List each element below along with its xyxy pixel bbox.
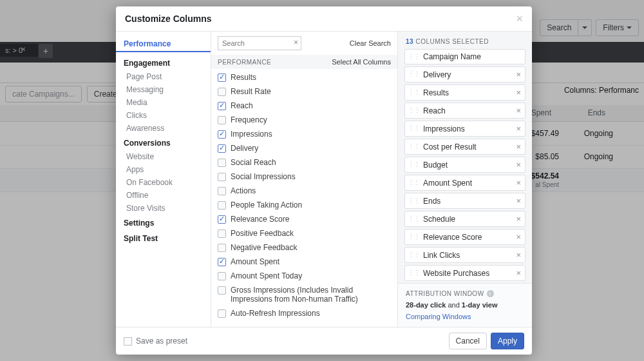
save-preset-checkbox[interactable]: Save as preset — [124, 337, 187, 346]
option-checkbox[interactable] — [218, 286, 226, 295]
option-delivery[interactable]: Delivery — [211, 141, 397, 155]
option-impressions[interactable]: Impressions — [211, 127, 397, 141]
selected-budget[interactable]: Budget× — [404, 157, 526, 173]
sidebar-item-page-post[interactable]: Page Post — [116, 70, 211, 83]
apply-button[interactable]: Apply — [491, 333, 524, 349]
option-checkbox[interactable] — [218, 187, 226, 195]
drag-handle-icon[interactable] — [408, 251, 419, 259]
remove-icon[interactable]: × — [516, 268, 521, 278]
selected-delivery[interactable]: Delivery× — [404, 66, 526, 83]
option-checkbox[interactable] — [218, 130, 226, 139]
sidebar-group-split-test[interactable]: Split Test — [116, 230, 211, 246]
option-checkbox[interactable] — [218, 258, 226, 266]
remove-icon[interactable]: × — [516, 88, 521, 97]
option-relevance-score[interactable]: Relevance Score — [211, 212, 397, 226]
drag-handle-icon[interactable] — [408, 215, 419, 222]
option-social-impressions[interactable]: Social Impressions — [211, 170, 397, 184]
option-actions[interactable]: Actions — [211, 184, 397, 198]
selected-ends[interactable]: Ends× — [404, 193, 526, 209]
option-label: Actions — [231, 186, 256, 195]
selected-impressions[interactable]: Impressions× — [404, 121, 526, 137]
option-checkbox[interactable] — [218, 309, 226, 318]
remove-icon[interactable]: × — [516, 142, 521, 151]
remove-icon[interactable]: × — [516, 232, 521, 242]
option-positive-feedback[interactable]: Positive Feedback — [211, 226, 397, 240]
drag-handle-icon[interactable] — [408, 197, 419, 204]
drag-handle-icon[interactable] — [408, 179, 419, 186]
drag-handle-icon[interactable] — [408, 269, 419, 277]
remove-icon[interactable]: × — [516, 106, 521, 115]
option-checkbox[interactable] — [218, 244, 226, 252]
info-icon[interactable]: i — [487, 290, 494, 297]
remove-icon[interactable]: × — [516, 178, 521, 188]
sidebar-group-engagement[interactable]: Engagement — [116, 55, 211, 70]
remove-icon[interactable]: × — [516, 250, 521, 260]
option-checkbox[interactable] — [218, 102, 226, 110]
option-checkbox[interactable] — [218, 173, 226, 181]
option-checkbox[interactable] — [218, 144, 226, 153]
option-checkbox[interactable] — [218, 229, 226, 238]
option-checkbox[interactable] — [218, 116, 226, 124]
option-checkbox[interactable] — [218, 88, 226, 96]
selected-campaign-name[interactable]: Campaign Name — [404, 49, 526, 64]
sidebar-group-performance[interactable]: Performance — [116, 35, 211, 52]
search-input[interactable] — [218, 36, 301, 50]
selected-website-purchases[interactable]: Website Purchases× — [404, 265, 526, 281]
option-social-reach[interactable]: Social Reach — [211, 155, 397, 170]
sidebar-item-awareness[interactable]: Awareness — [116, 122, 211, 135]
option-negative-feedback[interactable]: Negative Feedback — [211, 240, 397, 255]
drag-handle-icon[interactable] — [408, 107, 419, 114]
select-all-link[interactable]: Select All Columns — [332, 58, 391, 66]
option-amount-spent-today[interactable]: Amount Spent Today — [211, 269, 397, 283]
drag-handle-icon[interactable] — [408, 125, 419, 132]
clear-input-icon[interactable]: × — [294, 38, 298, 47]
drag-handle-icon[interactable] — [408, 54, 419, 61]
sidebar-item-media[interactable]: Media — [116, 96, 211, 109]
sidebar-group-conversions[interactable]: Conversions — [116, 135, 211, 150]
selected-reach[interactable]: Reach× — [404, 102, 526, 119]
sidebar-group-settings[interactable]: Settings — [116, 215, 211, 230]
comparing-windows-link[interactable]: Comparing Windows — [406, 313, 471, 320]
option-checkbox[interactable] — [218, 272, 226, 280]
clear-search-link[interactable]: Clear Search — [350, 39, 391, 47]
remove-icon[interactable]: × — [516, 160, 521, 170]
sidebar-item-offline[interactable]: Offline — [116, 189, 211, 202]
option-label: Amount Spent — [231, 257, 279, 266]
drag-handle-icon[interactable] — [408, 71, 419, 78]
sidebar-item-messaging[interactable]: Messaging — [116, 83, 211, 96]
option-gross-impressions-includes-inv[interactable]: Gross Impressions (Includes Invalid Impr… — [211, 283, 397, 306]
option-checkbox[interactable] — [218, 159, 226, 167]
option-people-taking-action[interactable]: People Taking Action — [211, 198, 397, 212]
sidebar-item-website[interactable]: Website — [116, 150, 211, 163]
remove-icon[interactable]: × — [516, 196, 521, 206]
remove-icon[interactable]: × — [516, 70, 521, 79]
selected-results[interactable]: Results× — [404, 84, 526, 101]
drag-handle-icon[interactable] — [408, 143, 419, 150]
drag-handle-icon[interactable] — [408, 161, 419, 168]
sidebar-item-apps[interactable]: Apps — [116, 163, 211, 176]
remove-icon[interactable]: × — [516, 214, 521, 224]
selected-amount-spent[interactable]: Amount Spent× — [404, 175, 526, 191]
option-frequency[interactable]: Frequency — [211, 113, 397, 127]
drag-handle-icon[interactable] — [408, 233, 419, 240]
selected-relevance-score[interactable]: Relevance Score× — [404, 229, 526, 245]
option-label: Amount Spent Today — [231, 271, 302, 280]
option-checkbox[interactable] — [218, 73, 226, 82]
sidebar-item-store-visits[interactable]: Store Visits — [116, 202, 211, 215]
option-amount-spent[interactable]: Amount Spent — [211, 255, 397, 269]
option-auto-refresh-impressions[interactable]: Auto-Refresh Impressions — [211, 306, 397, 320]
selected-cost-per-result[interactable]: Cost per Result× — [404, 139, 526, 155]
remove-icon[interactable]: × — [516, 124, 521, 133]
close-icon[interactable]: × — [516, 13, 523, 24]
option-checkbox[interactable] — [218, 201, 226, 210]
option-reach[interactable]: Reach — [211, 99, 397, 113]
option-results[interactable]: Results — [211, 70, 397, 84]
sidebar-item-on-facebook[interactable]: On Facebook — [116, 176, 211, 189]
selected-schedule[interactable]: Schedule× — [404, 211, 526, 227]
cancel-button[interactable]: Cancel — [449, 333, 487, 349]
selected-link-clicks[interactable]: Link Clicks× — [404, 247, 526, 263]
option-result-rate[interactable]: Result Rate — [211, 84, 397, 99]
sidebar-item-clicks[interactable]: Clicks — [116, 109, 211, 122]
drag-handle-icon[interactable] — [408, 89, 419, 96]
option-checkbox[interactable] — [218, 215, 226, 224]
